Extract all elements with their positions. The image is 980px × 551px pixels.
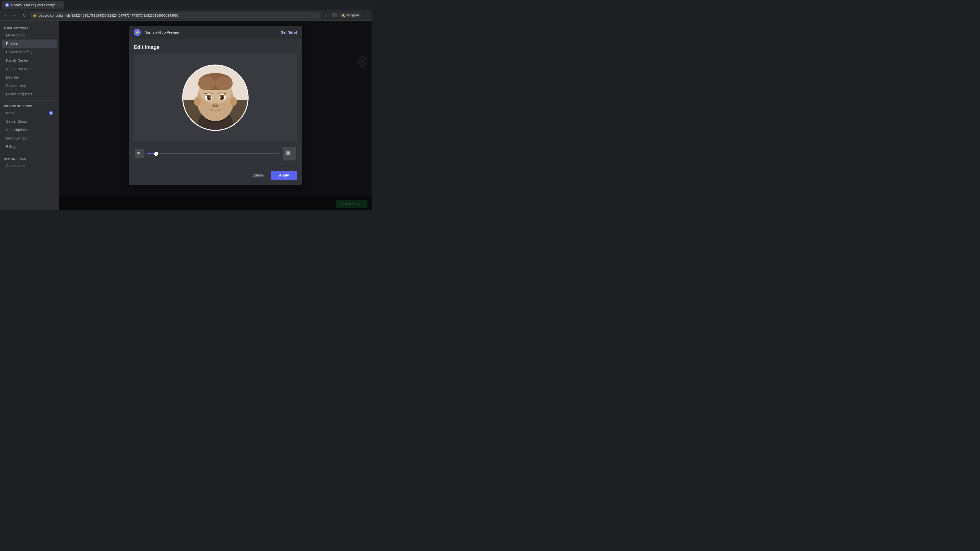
edit-image-modal: ⚡ This is a Nitro Preview Get Nitro! Edi… bbox=[129, 26, 302, 185]
sidebar-item-gift-inventory[interactable]: Gift Inventory bbox=[2, 134, 57, 142]
zoom-out-icon[interactable] bbox=[135, 149, 144, 159]
svg-rect-32 bbox=[288, 152, 289, 154]
svg-rect-29 bbox=[138, 153, 139, 154]
url-text: discord.com/channels/1182346851781984336… bbox=[38, 14, 179, 17]
avatar-image bbox=[183, 65, 248, 130]
active-tab[interactable]: D Discord | Profiles | User Settings × bbox=[2, 1, 64, 9]
subscriptions-label: Subscriptions bbox=[6, 128, 27, 132]
toolbar-actions: ☆ ⬛ 🕵 Incognito ⋮ bbox=[323, 12, 369, 19]
nitro-label: Nitro bbox=[6, 111, 14, 115]
family-center-label: Family Center bbox=[6, 59, 28, 62]
authorized-apps-label: Authorized Apps bbox=[6, 67, 32, 71]
incognito-label: Incognito bbox=[346, 14, 359, 17]
modal-overlay: ⚡ This is a Nitro Preview Get Nitro! Edi… bbox=[59, 21, 372, 210]
image-canvas[interactable] bbox=[134, 54, 297, 141]
profiles-label: Profiles bbox=[6, 41, 18, 46]
svg-point-9 bbox=[215, 76, 233, 90]
close-tab-button[interactable]: × bbox=[57, 3, 61, 7]
billing-label: Billing bbox=[6, 144, 16, 149]
zoom-slider-track[interactable] bbox=[147, 153, 280, 154]
lock-icon: 🔒 bbox=[33, 14, 37, 17]
browser-chrome: D Discord | Profiles | User Settings × +… bbox=[0, 0, 372, 21]
sidebar-item-server-boost[interactable]: Server Boost bbox=[2, 118, 57, 125]
sidebar-item-devices[interactable]: Devices bbox=[2, 73, 57, 81]
sidebar-item-friend-requests[interactable]: Friend Requests bbox=[2, 90, 57, 98]
svg-point-19 bbox=[220, 97, 221, 98]
my-account-label: My Account bbox=[6, 33, 24, 37]
sidebar-item-profiles[interactable]: Profiles bbox=[2, 40, 57, 48]
tab-title: Discord | Profiles | User Settings bbox=[11, 3, 55, 7]
friend-requests-label: Friend Requests bbox=[6, 92, 32, 96]
sidebar: USER SETTINGS My Account Profiles Privac… bbox=[0, 21, 59, 210]
user-settings-section-label: USER SETTINGS bbox=[0, 25, 59, 31]
sidebar-item-family-center[interactable]: Family Center bbox=[2, 56, 57, 65]
toolbar: ← → ↻ 🔒 discord.com/channels/11823468517… bbox=[0, 10, 372, 21]
svg-point-24 bbox=[223, 102, 231, 106]
slider-thumb[interactable] bbox=[154, 152, 158, 156]
extension-button[interactable]: ⬛ bbox=[331, 12, 338, 19]
svg-point-8 bbox=[198, 76, 215, 90]
sidebar-item-privacy-safety[interactable]: Privacy & Safety bbox=[2, 48, 57, 56]
sidebar-item-appearance[interactable]: Appearance bbox=[2, 162, 57, 170]
nitro-icon: ⚡ bbox=[134, 29, 141, 36]
server-boost-label: Server Boost bbox=[6, 119, 27, 124]
devices-label: Devices bbox=[6, 75, 19, 79]
svg-point-23 bbox=[200, 102, 207, 106]
avatar-preview bbox=[182, 65, 248, 131]
nitro-preview-banner: ⚡ This is a Nitro Preview Get Nitro! bbox=[129, 26, 302, 39]
incognito-indicator: 🕵 Incognito bbox=[339, 13, 361, 17]
sidebar-item-billing[interactable]: Billing bbox=[2, 143, 57, 151]
bookmark-button[interactable]: ☆ bbox=[323, 12, 330, 19]
incognito-icon: 🕵 bbox=[342, 14, 345, 17]
modal-footer: Cancel Apply bbox=[129, 168, 302, 185]
nitro-badge: N bbox=[49, 111, 53, 115]
back-button[interactable]: ← bbox=[2, 12, 9, 19]
main-content: ✕ ESC ⚡ This is a Nitro Preview Get Nitr… bbox=[59, 21, 372, 210]
svg-point-26 bbox=[209, 111, 221, 117]
menu-button[interactable]: ⋮ bbox=[363, 12, 369, 19]
nitro-preview-text: This is a Nitro Preview bbox=[144, 30, 180, 35]
app-settings-section-label: APP SETTINGS bbox=[0, 155, 59, 161]
zoom-slider-area bbox=[134, 145, 297, 162]
tab-favicon: D bbox=[5, 3, 9, 7]
address-bar[interactable]: 🔒 discord.com/channels/11823468517819843… bbox=[30, 12, 321, 19]
new-tab-button[interactable]: + bbox=[65, 2, 73, 9]
forward-button[interactable]: → bbox=[11, 12, 18, 19]
reload-button[interactable]: ↻ bbox=[21, 12, 27, 19]
sidebar-item-nitro[interactable]: Nitro N bbox=[2, 109, 57, 117]
tab-bar: D Discord | Profiles | User Settings × + bbox=[0, 0, 372, 10]
get-nitro-link[interactable]: Get Nitro! bbox=[280, 30, 297, 35]
app-area: 'Tis the season for feelin' festive! Che… bbox=[0, 21, 372, 210]
cancel-button[interactable]: Cancel bbox=[248, 171, 268, 179]
billing-settings-section-label: BILLING SETTINGS bbox=[0, 103, 59, 109]
sidebar-item-authorized-apps[interactable]: Authorized Apps bbox=[2, 65, 57, 73]
privacy-safety-label: Privacy & Safety bbox=[6, 50, 32, 54]
sidebar-item-my-account[interactable]: My Account bbox=[2, 31, 57, 39]
connections-label: Connections bbox=[6, 84, 26, 88]
apply-button[interactable]: Apply bbox=[271, 171, 297, 180]
sidebar-item-subscriptions[interactable]: Subscriptions bbox=[2, 126, 57, 134]
appearance-label: Appearance bbox=[6, 164, 25, 168]
gift-inventory-label: Gift Inventory bbox=[6, 136, 27, 140]
edit-image-title: Edit Image bbox=[134, 44, 297, 50]
sidebar-item-connections[interactable]: Connections bbox=[2, 82, 57, 90]
svg-point-15 bbox=[209, 97, 210, 98]
edit-image-content: Edit Image bbox=[129, 39, 302, 168]
zoom-in-icon[interactable] bbox=[283, 147, 296, 160]
svg-rect-27 bbox=[137, 152, 140, 154]
